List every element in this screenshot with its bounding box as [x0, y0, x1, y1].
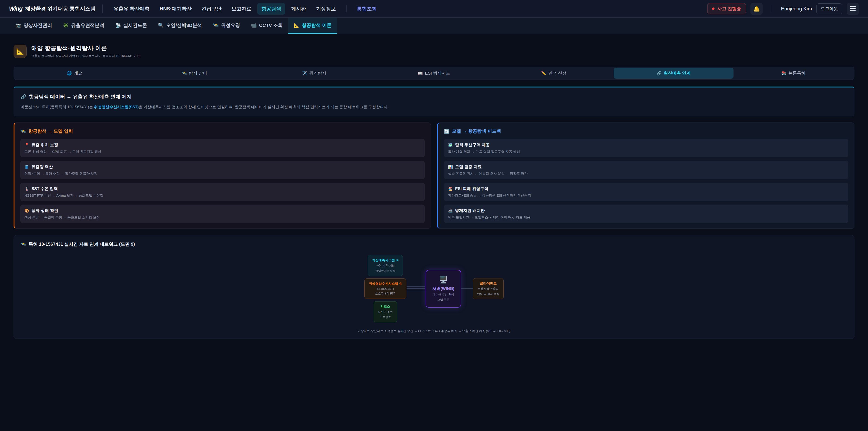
node-line: 유출지점·유출량	[477, 287, 499, 291]
tab-remote-sensing[interactable]: ✈️ 원격탐사	[254, 68, 374, 79]
highlighted-term: 위성영상수신시스템(SST)	[94, 105, 138, 109]
tab-label: 탐지 장비	[189, 70, 207, 76]
node-line: 바람·기온·기압	[372, 264, 399, 268]
pencil-icon: ✏️	[541, 71, 546, 76]
notifications-button[interactable]: 🔔	[750, 3, 763, 15]
oil-drum-icon: 🛢️	[24, 164, 29, 169]
magnifier-icon: 🔍	[158, 23, 164, 28]
item-description: 면적×두께 → 유량 추정 → 확산모델 유출량 보정	[24, 172, 421, 176]
tab-area-calculation[interactable]: ✏️ 면적 산정	[494, 68, 614, 79]
subtab-pollution-ship-3d[interactable]: 🔍 오염/선박3D분석	[153, 18, 208, 34]
incident-status-badge[interactable]: 사고 진행중	[707, 3, 746, 14]
video-camera-icon: 📹	[251, 23, 257, 28]
sparkle-icon: ✳️	[63, 23, 69, 28]
card-search-to-model: 🛰️ 항공탐색 → 모델 입력 📍유출 위치 보정 드론·위성 영상 → GPS…	[13, 123, 431, 229]
nav-item-weather-info[interactable]: 기상정보	[312, 3, 340, 15]
network-heading-text: 특허 10-1567431 실시간 자료 연계 네트워크 (도면 9)	[29, 241, 135, 247]
tab-prediction-link[interactable]: 🔗 확산예측 연계	[614, 68, 734, 79]
refresh-icon: 🔄	[444, 129, 450, 134]
item-description: 실측 유출유 위치 ↔ 예측값 오차 분석 → 정확도 평가	[448, 172, 844, 176]
nav-item-aerial-search[interactable]: 항공탐색	[257, 3, 285, 15]
item-description: 확산경로×ESI 중첩 → 항공탐색 ESI 현장확인 우선순위	[448, 193, 844, 198]
app-header: Wing 해양환경 위기대응 통합시스템 유출유 확산예측 HNS·대기확산 긴…	[0, 0, 868, 18]
item-title: 풍화 상태 확인	[31, 208, 58, 213]
subtab-realtime-drone[interactable]: 📡 실시간드론	[110, 18, 152, 34]
header-right: 사고 진행중 🔔 Eunjeong Kim 로그아웃	[707, 3, 859, 15]
book-icon: 📖	[418, 71, 423, 76]
beach-icon: 🏖️	[448, 186, 453, 191]
red-dot-icon	[712, 7, 715, 10]
triangle-ruler-icon: 📐	[293, 23, 300, 28]
page-subtitle: 유출유 원격탐지·항공감시 기법·ESI 방제정보지도·등록특허 10-1567…	[31, 54, 140, 58]
node-title: 기상예측시스템 ①	[372, 258, 399, 263]
tab-detection-equipment[interactable]: 🛰️ 탐지 장비	[134, 68, 254, 79]
tab-label: 개요	[74, 70, 83, 76]
node-line: SST(NGSST)	[369, 287, 402, 290]
nav-item-oil-spill-prediction[interactable]: 유출유 확산예측	[110, 3, 154, 15]
main-content: 📐 해양 항공탐색·원격탐사 이론 유출유 원격탐지·항공감시 기법·ESI 방…	[0, 34, 868, 352]
subtab-label: 항공탐색 이론	[302, 22, 332, 29]
node-line: 국립환경과학원	[372, 269, 399, 273]
list-item: 📍유출 위치 보정 드론·위성 영상 → GPS 좌표 → 모델 유출지점 갱신	[20, 139, 425, 157]
section-heading-text: 항공탐색 데이터 → 유출유 확산예측 연계 체계	[29, 93, 132, 100]
item-title: 모델 검증 자료	[455, 164, 482, 170]
network-heading: 🛰️ 특허 10-1567431 실시간 자료 연계 네트워크 (도면 9)	[21, 241, 847, 247]
card-model-to-search: 🔄 모델 → 항공탐색 피드백 🗺️탐색 우선구역 제공 확산 예측 결과 → …	[437, 123, 855, 229]
subtab-label: 영상사진관리	[24, 22, 52, 29]
network-diagram-section: 🛰️ 특허 10-1567431 실시간 자료 연계 네트워크 (도면 9) 기…	[13, 235, 855, 339]
nav-item-board[interactable]: 게시판	[287, 3, 310, 15]
nav-item-integrated-search[interactable]: 통합조회	[353, 3, 381, 15]
node-weather-system: 기상예측시스템 ① 바람·기온·기압 국립환경과학원	[368, 255, 403, 276]
single-link-line	[461, 288, 473, 289]
logout-button[interactable]: 로그아웃	[816, 3, 842, 14]
ship-icon: 🚢	[448, 208, 453, 213]
node-line: 토호쿠대학 FTP	[369, 292, 402, 296]
books-icon: 📚	[781, 71, 786, 76]
satellite-icon: 🛰️	[213, 23, 219, 28]
list-item: 🗺️탐색 우선구역 제공 확산 예측 결과 → 다음 탐색 집중구역 자동 생성	[444, 139, 848, 157]
item-title: 방제자원 배치안	[455, 208, 485, 213]
node-title: 검조소	[378, 304, 393, 309]
item-description: 확산 예측 결과 → 다음 탐색 집중구역 자동 생성	[448, 150, 844, 154]
tab-overview[interactable]: 🌐 개요	[15, 68, 134, 79]
flow-cards-row: 🛰️ 항공탐색 → 모델 입력 📍유출 위치 보정 드론·위성 영상 → GPS…	[13, 123, 855, 229]
bell-icon: 🔔	[753, 6, 760, 12]
node-line: 입력 및 결과 수령	[477, 292, 499, 296]
nav-item-emergency-rescue[interactable]: 긴급구난	[197, 3, 225, 15]
globe-icon: 🌐	[67, 71, 72, 76]
tab-papers-patents[interactable]: 📚 논문특허	[734, 68, 853, 79]
list-item: 🌡️SST 수온 입력 NGSST FTP 수신 → Akima 보간 → 풍화…	[20, 183, 425, 201]
subtab-label: 유출유면적분석	[71, 22, 104, 29]
tab-esi-map[interactable]: 📖 ESI 방제지도	[374, 68, 494, 79]
subtab-cctv-view[interactable]: 📹 CCTV 조회	[246, 18, 288, 34]
network-caption: 기상자료·수온자료·조석정보 실시간 수신 → CHARRY 조류 + 취송류 …	[21, 329, 847, 333]
item-description: NGSST FTP 수신 → Akima 보간 → 풍화모델 수온값	[24, 193, 421, 198]
tab-label: 논문특허	[788, 70, 806, 76]
divider	[102, 4, 103, 13]
main-nav: 유출유 확산예측 HNS·대기확산 긴급구난 보고자료 항공탐색 게시판 기상정…	[110, 3, 381, 15]
thermometer-icon: 🌡️	[24, 186, 29, 191]
list-item: 📊모델 검증 자료 실측 유출유 위치 ↔ 예측값 오차 분석 → 정확도 평가	[444, 161, 848, 179]
node-title: 클라이언트	[477, 281, 499, 286]
paragraph-text: 이문진 박사 특허(등록특허 10-1567431)는	[21, 105, 94, 109]
subtab-satellite-request[interactable]: 🛰️ 위성요청	[208, 18, 246, 34]
bar-chart-icon: 📊	[448, 164, 453, 169]
diagram-source-column: 기상예측시스템 ① 바람·기온·기압 국립환경과학원 위성영상수신시스템 ② S…	[364, 255, 406, 322]
item-title: 유출 위치 보정	[31, 142, 58, 148]
subtab-aerial-search-theory[interactable]: 📐 항공탐색 이론	[288, 18, 337, 34]
nav-item-reports[interactable]: 보고자료	[227, 3, 255, 15]
tab-label: ESI 방제지도	[425, 70, 450, 76]
subtab-label: 실시간드론	[123, 22, 147, 29]
menu-button[interactable]	[847, 3, 859, 15]
app-logo[interactable]: Wing 해양환경 위기대응 통합시스템	[9, 5, 96, 12]
tab-label: 원격탐사	[309, 70, 327, 76]
subtab-oil-area-analysis[interactable]: ✳️ 유출유면적분석	[57, 18, 110, 34]
subtab-photo-management[interactable]: 📷 영상사진관리	[10, 18, 57, 34]
nav-item-hns-atmospheric[interactable]: HNS·대기확산	[156, 3, 196, 15]
item-description: 예측 도달시간 → 오일펜스·방제정 최적 배치 좌표 제공	[448, 215, 844, 220]
world-map-icon: 🗺️	[448, 143, 453, 147]
app-title: 해양환경 위기대응 통합시스템	[25, 5, 96, 12]
node-line: 데이터 수신·처리	[432, 293, 454, 297]
section-paragraph: 이문진 박사 특허(등록특허 10-1567431)는 위성영상수신시스템(SS…	[21, 104, 847, 110]
list-item: 🎨풍화 상태 확인 색상 분류 → 증발비 추정 → 풍화모델 초기값 보정	[20, 205, 425, 223]
